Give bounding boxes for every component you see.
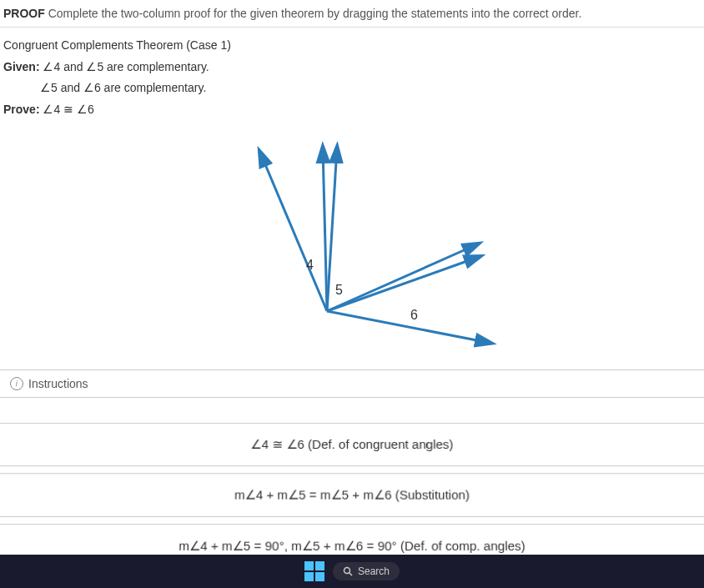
- svg-line-1: [323, 148, 327, 311]
- svg-line-3: [327, 244, 477, 311]
- diagram-label-4: 4: [306, 258, 314, 272]
- taskbar-search-label: Search: [358, 565, 390, 577]
- taskbar: Search: [0, 555, 704, 588]
- angle-diagram-svg: 4 5 6: [202, 136, 502, 353]
- info-icon: i: [10, 377, 23, 390]
- svg-line-7: [349, 573, 352, 576]
- problem-setup: Congruent Complements Theorem (Case 1) G…: [0, 28, 704, 128]
- start-button[interactable]: [304, 561, 324, 581]
- proof-label: PROOF: [3, 7, 45, 20]
- prove-line: Prove: ∠4 ≅ ∠6: [3, 100, 701, 118]
- svg-point-6: [344, 568, 349, 574]
- page-content: PROOF Complete the two-column proof for …: [0, 0, 704, 588]
- given-line-1: Given: ∠4 and ∠5 are complementary.: [3, 58, 701, 76]
- taskbar-search[interactable]: Search: [333, 562, 400, 580]
- statement-row-1[interactable]: ∠4 ≅ ∠6 (Def. of congruent angles): [0, 422, 704, 465]
- diagram-label-5: 5: [335, 283, 343, 297]
- theorem-title: Congruent Complements Theorem (Case 1): [3, 36, 701, 54]
- svg-line-0: [260, 153, 327, 311]
- instructions-label: Instructions: [28, 377, 88, 390]
- angle-diagram: 4 5 6: [0, 128, 704, 369]
- given-text-1: ∠4 and ∠5 are complementary.: [43, 60, 209, 73]
- diagram-label-6: 6: [410, 308, 418, 322]
- prove-label: Prove:: [3, 103, 40, 116]
- given-line-2: ∠5 and ∠6 are complementary.: [3, 78, 701, 97]
- search-icon: [343, 566, 353, 576]
- statements-area: ∠4 ≅ ∠6 (Def. of congruent angles) m∠4 +…: [0, 398, 704, 568]
- svg-line-4: [327, 257, 479, 311]
- instructions-row[interactable]: i Instructions: [0, 369, 704, 398]
- proof-header: PROOF Complete the two-column proof for …: [0, 0, 704, 28]
- prove-text: ∠4 ≅ ∠6: [43, 103, 93, 116]
- proof-instruction: Complete the two-column proof for the gi…: [48, 7, 582, 20]
- svg-line-5: [327, 311, 490, 343]
- given-label: Given:: [3, 60, 40, 73]
- statement-row-2[interactable]: m∠4 + m∠5 = m∠5 + m∠6 (Substitution): [0, 473, 704, 517]
